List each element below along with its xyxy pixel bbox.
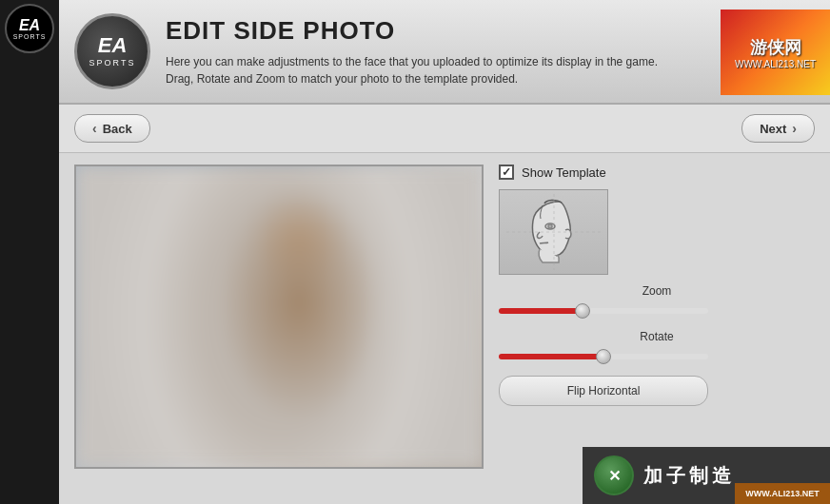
xbox-text: 加子制造 (643, 463, 735, 489)
header-text-block: EDIT SIDE PHOTO Here you can make adjust… (166, 16, 815, 87)
toolbar: ‹ Back Next › (59, 105, 830, 153)
watermark-line2: WWW.ALI213.NET (735, 59, 816, 69)
head-profile-svg (506, 194, 602, 270)
sports-text: SPORTS (13, 33, 47, 40)
bottom-watermark-text: WWW.ALI213.NET (745, 489, 820, 498)
left-sidebar: EA SPORTS (0, 0, 59, 504)
rotate-slider-container[interactable] (499, 347, 815, 366)
checkbox-check-icon: ✓ (502, 165, 511, 179)
rotate-slider-thumb[interactable] (596, 349, 611, 364)
flip-horizontal-button[interactable]: Flip Horizontal (499, 376, 708, 406)
ea-logo-text: EA (19, 18, 40, 33)
rotate-label: Rotate (499, 330, 815, 343)
header: EA SPORTS EDIT SIDE PHOTO Here you can m… (59, 0, 830, 105)
photo-background (76, 166, 482, 467)
watermark-line1: 游侠网 (750, 36, 801, 59)
back-label: Back (103, 122, 132, 136)
ea-logo-small: EA SPORTS (5, 4, 54, 53)
ea-logo-large-sports: SPORTS (89, 58, 136, 68)
header-description: Here you can make adjustments to the fac… (166, 53, 680, 87)
bottom-watermark: WWW.ALI213.NET (735, 483, 830, 504)
xbox-icon: ✕ (594, 456, 634, 495)
rotate-slider-track[interactable] (499, 354, 708, 359)
photo-container[interactable] (74, 165, 484, 469)
zoom-control: Zoom (499, 284, 815, 320)
ea-logo-large-text: EA (98, 35, 128, 56)
back-button[interactable]: ‹ Back (74, 114, 150, 143)
xbox-x-symbol: ✕ (608, 467, 621, 485)
svg-point-1 (548, 224, 552, 228)
next-label: Next (760, 122, 786, 136)
zoom-slider-thumb[interactable] (575, 303, 590, 319)
next-button[interactable]: Next › (741, 114, 815, 143)
template-preview (499, 189, 608, 275)
ea-logo-large: EA SPORTS (74, 13, 150, 89)
zoom-slider-container[interactable] (499, 301, 815, 320)
rotate-control: Rotate (499, 330, 815, 366)
back-arrow-icon: ‹ (92, 121, 97, 136)
page-title: EDIT SIDE PHOTO (166, 16, 815, 46)
zoom-label: Zoom (499, 284, 815, 298)
main-content: EA SPORTS EDIT SIDE PHOTO Here you can m… (59, 0, 830, 504)
show-template-label: Show Template (522, 165, 606, 180)
show-template-row: ✓ Show Template (499, 165, 815, 180)
watermark: 游侠网 WWW.ALI213.NET (721, 10, 830, 95)
next-arrow-icon: › (792, 121, 797, 136)
header-desc-line2: Drag, Rotate and Zoom to match your phot… (166, 72, 518, 86)
show-template-checkbox[interactable]: ✓ (499, 165, 514, 180)
header-desc-line1: Here you can make adjustments to the fac… (166, 55, 658, 68)
zoom-slider-track[interactable] (499, 308, 708, 314)
